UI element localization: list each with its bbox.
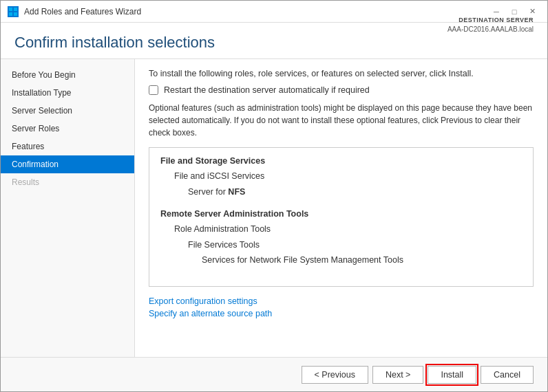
links-section: Export configuration settings Specify an… xyxy=(149,296,534,318)
svg-rect-3 xyxy=(14,12,17,16)
sidebar: Before You Begin Installation Type Serve… xyxy=(1,59,135,357)
svg-rect-2 xyxy=(9,12,12,16)
restart-label: Restart the destination server automatic… xyxy=(164,85,370,95)
features-box: File and Storage Services File and iSCSI… xyxy=(149,147,534,287)
dest-server-info: DESTINATION SERVER AAA-DC2016.AAALAB.loc… xyxy=(447,16,534,34)
feature-role-admin: Role Administration Tools xyxy=(160,221,522,237)
cancel-button[interactable]: Cancel xyxy=(481,366,534,384)
feature-nfs-mgmt: Services for Network File System Managem… xyxy=(160,252,522,268)
main-content: To install the following roles, role ser… xyxy=(135,59,547,357)
feature-nfs: Server for NFS xyxy=(160,184,522,200)
dest-server-name: AAA-DC2016.AAALAB.local xyxy=(447,25,534,34)
feature-file-services-tools: File Services Tools xyxy=(160,237,522,253)
next-button[interactable]: Next > xyxy=(372,366,423,384)
app-icon xyxy=(8,6,19,17)
export-config-link[interactable]: Export configuration settings xyxy=(149,296,534,306)
sidebar-item-server-roles[interactable]: Server Roles xyxy=(1,120,134,138)
feature-iscsi: File and iSCSI Services xyxy=(160,168,522,184)
footer: < Previous Next > Install Cancel xyxy=(1,357,547,391)
content-area: Before You Begin Installation Type Serve… xyxy=(1,59,547,357)
feature-group-file-storage: File and Storage Services File and iSCSI… xyxy=(160,156,522,199)
alternate-source-link[interactable]: Specify an alternate source path xyxy=(149,309,534,318)
svg-rect-1 xyxy=(14,8,17,11)
sidebar-item-confirmation[interactable]: Confirmation xyxy=(1,155,134,173)
window-title: Add Roles and Features Wizard xyxy=(24,7,488,17)
feature-group-title-2: Remote Server Administration Tools xyxy=(160,209,522,219)
sidebar-item-features[interactable]: Features xyxy=(1,138,134,155)
intro-text: To install the following roles, role ser… xyxy=(149,69,534,78)
install-button[interactable]: Install xyxy=(428,366,476,384)
sidebar-item-installation-type[interactable]: Installation Type xyxy=(1,84,134,102)
svg-rect-0 xyxy=(9,8,12,11)
sidebar-item-results: Results xyxy=(1,173,134,191)
optional-text: Optional features (such as administratio… xyxy=(149,102,534,139)
feature-group-rsat: Remote Server Administration Tools Role … xyxy=(160,209,522,268)
header: DESTINATION SERVER AAA-DC2016.AAALAB.loc… xyxy=(1,23,547,59)
previous-button[interactable]: < Previous xyxy=(302,366,368,384)
feature-group-title-1: File and Storage Services xyxy=(160,156,522,166)
sidebar-item-before-you-begin[interactable]: Before You Begin xyxy=(1,66,134,84)
restart-checkbox[interactable] xyxy=(149,85,158,95)
dest-server-label: DESTINATION SERVER xyxy=(447,16,534,25)
wizard-window: Add Roles and Features Wizard ─ □ ✕ DEST… xyxy=(0,0,548,392)
sidebar-item-server-selection[interactable]: Server Selection xyxy=(1,102,134,120)
page-title: Confirm installation selections xyxy=(14,34,534,52)
restart-checkbox-row: Restart the destination server automatic… xyxy=(149,85,534,95)
